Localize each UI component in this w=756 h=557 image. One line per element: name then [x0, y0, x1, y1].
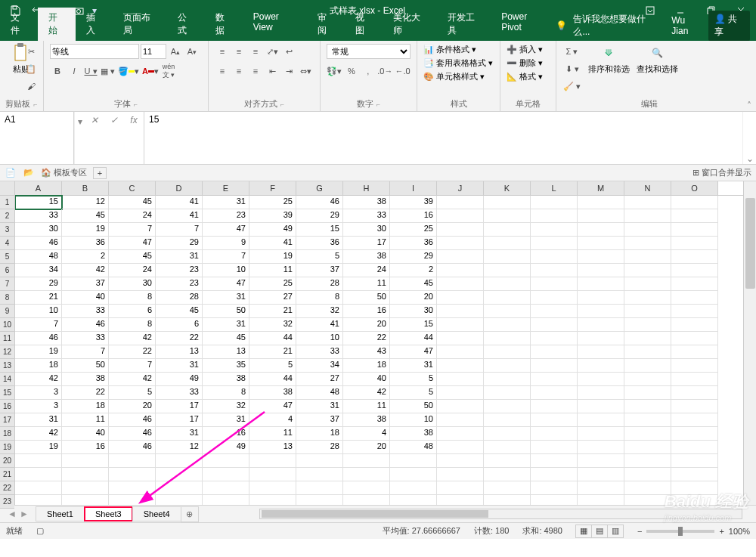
cell[interactable]: 15: [296, 223, 343, 237]
cell[interactable]: 17: [343, 237, 390, 250]
column-header[interactable]: I: [390, 181, 437, 195]
find-select-button[interactable]: 🔍 查找和选择: [636, 44, 678, 94]
cell[interactable]: [484, 468, 531, 481]
row-header[interactable]: 9: [0, 305, 14, 318]
formula-input[interactable]: 15: [144, 112, 742, 164]
cell[interactable]: 36: [62, 237, 109, 250]
cell[interactable]: 48: [15, 250, 62, 264]
cell[interactable]: [437, 373, 484, 386]
cell[interactable]: [624, 359, 671, 373]
cell[interactable]: [624, 209, 671, 223]
cell[interactable]: [484, 481, 531, 495]
cell[interactable]: [624, 196, 671, 209]
cell[interactable]: 49: [156, 373, 203, 386]
column-header[interactable]: M: [578, 181, 624, 195]
cell[interactable]: [62, 481, 109, 495]
cell[interactable]: [296, 495, 343, 505]
cell[interactable]: 20: [109, 400, 156, 413]
cell[interactable]: 13: [203, 345, 249, 359]
cell[interactable]: 39: [390, 196, 437, 209]
cell[interactable]: 3: [15, 386, 62, 400]
cell[interactable]: 31: [203, 196, 249, 209]
cell[interactable]: [437, 468, 484, 481]
cell[interactable]: 16: [343, 305, 390, 318]
cell[interactable]: 29: [390, 250, 437, 264]
cell[interactable]: 25: [390, 223, 437, 237]
cell[interactable]: 21: [249, 345, 296, 359]
cell[interactable]: [531, 332, 578, 345]
cell[interactable]: 10: [296, 332, 343, 345]
cell[interactable]: 47: [203, 223, 249, 237]
row-header[interactable]: 21: [0, 468, 14, 481]
cells-area[interactable]: 1512454131254638393345244123392933163019…: [15, 196, 743, 505]
cell[interactable]: [437, 427, 484, 441]
align-center-icon[interactable]: ≡: [231, 63, 246, 79]
tab-数据[interactable]: 数据: [205, 8, 243, 41]
cell[interactable]: 5: [390, 373, 437, 386]
cell[interactable]: [437, 237, 484, 250]
cell[interactable]: [671, 468, 718, 481]
cell[interactable]: 5: [249, 359, 296, 373]
column-header[interactable]: G: [296, 181, 343, 195]
cell[interactable]: [203, 495, 249, 505]
cell[interactable]: [578, 318, 624, 332]
row-header[interactable]: 12: [0, 345, 14, 359]
tab-插入[interactable]: 插入: [76, 8, 113, 41]
cell[interactable]: 31: [296, 400, 343, 413]
cell[interactable]: 43: [343, 345, 390, 359]
cell[interactable]: 39: [249, 209, 296, 223]
cell[interactable]: [531, 359, 578, 373]
tab-Power Pivot[interactable]: Power Pivot: [491, 8, 556, 41]
cell[interactable]: [296, 454, 343, 468]
row-header[interactable]: 7: [0, 277, 14, 291]
cell[interactable]: 15: [15, 196, 62, 209]
cell[interactable]: [578, 332, 624, 345]
cell[interactable]: [578, 196, 624, 209]
cell[interactable]: [15, 454, 62, 468]
cell[interactable]: [671, 413, 718, 427]
cell[interactable]: [531, 468, 578, 481]
copy-icon[interactable]: 📋: [23, 61, 39, 76]
cell[interactable]: 32: [203, 400, 249, 413]
comma-format-icon[interactable]: ,: [361, 63, 376, 79]
cell[interactable]: [484, 454, 531, 468]
cell[interactable]: 50: [203, 305, 249, 318]
cell[interactable]: 37: [296, 413, 343, 427]
cell[interactable]: [484, 305, 531, 318]
cell[interactable]: [156, 481, 203, 495]
cell[interactable]: [343, 495, 390, 505]
cell[interactable]: [390, 481, 437, 495]
row-header[interactable]: 10: [0, 318, 14, 332]
cell[interactable]: [15, 495, 62, 505]
cell[interactable]: 31: [203, 318, 249, 332]
cell[interactable]: [484, 345, 531, 359]
cell[interactable]: 8: [296, 291, 343, 305]
column-header[interactable]: D: [156, 181, 203, 195]
cell[interactable]: [484, 332, 531, 345]
cell[interactable]: 33: [62, 305, 109, 318]
cell[interactable]: 2: [390, 264, 437, 277]
cell[interactable]: [156, 495, 203, 505]
cell[interactable]: [531, 345, 578, 359]
bold-button[interactable]: B: [50, 63, 65, 79]
cell[interactable]: [531, 400, 578, 413]
cell[interactable]: [671, 196, 718, 209]
italic-button[interactable]: I: [67, 63, 82, 79]
cell[interactable]: 20: [343, 441, 390, 454]
cancel-formula-icon[interactable]: ✕: [85, 112, 104, 164]
cell[interactable]: 29: [156, 237, 203, 250]
cell[interactable]: 11: [343, 277, 390, 291]
cell[interactable]: [531, 373, 578, 386]
cell[interactable]: 21: [15, 291, 62, 305]
cell[interactable]: [578, 237, 624, 250]
column-header[interactable]: L: [531, 181, 578, 195]
cell[interactable]: [437, 345, 484, 359]
cell[interactable]: [671, 332, 718, 345]
cell[interactable]: 41: [156, 209, 203, 223]
cell[interactable]: [390, 454, 437, 468]
cell[interactable]: 46: [109, 427, 156, 441]
cell[interactable]: [578, 345, 624, 359]
cell[interactable]: [671, 454, 718, 468]
cell[interactable]: 47: [390, 345, 437, 359]
cell[interactable]: 38: [343, 250, 390, 264]
